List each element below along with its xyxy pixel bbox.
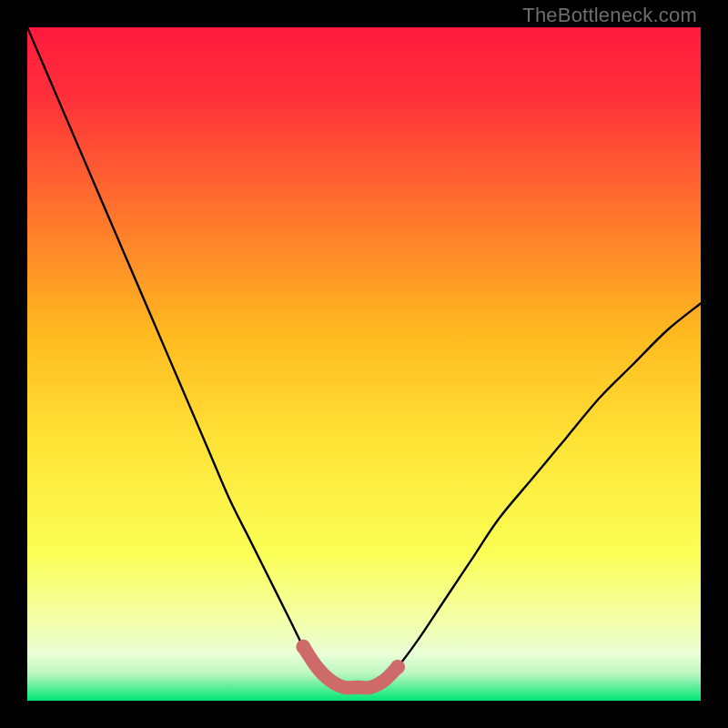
accent-dot-left — [296, 640, 310, 654]
accent-dot-right — [390, 660, 405, 674]
chart-frame: TheBottleneck.com — [0, 0, 728, 728]
watermark-text: TheBottleneck.com — [522, 4, 697, 27]
plot-area — [27, 27, 701, 701]
chart-svg — [27, 27, 701, 701]
gradient-background — [27, 27, 701, 701]
